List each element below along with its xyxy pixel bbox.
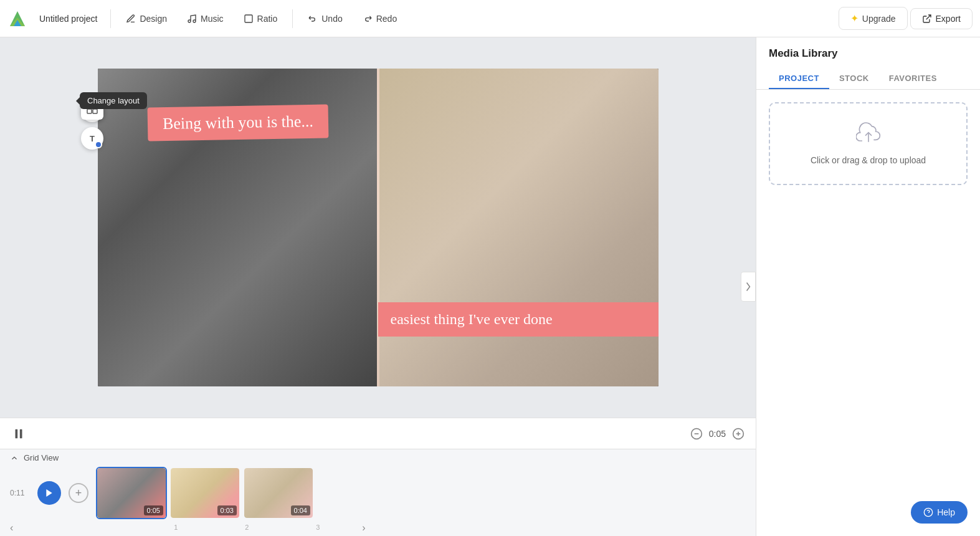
ratio-button[interactable]: Ratio (235, 9, 287, 28)
export-label: Export (936, 14, 961, 24)
clip-thumb-1: 0:05 (97, 468, 166, 518)
music-button[interactable]: Music (178, 9, 232, 28)
timeline-num-3: 3 (283, 524, 352, 531)
upload-icon (856, 122, 881, 149)
grid-view-label: Grid View (24, 453, 59, 462)
clip-duration-1: 0:05 (144, 505, 163, 515)
chevron-right-icon (745, 282, 751, 292)
toolbar-divider-2 (292, 9, 293, 28)
upgrade-button[interactable]: ✦ Upgrade (839, 7, 908, 30)
redo-icon (363, 14, 373, 24)
tab-project[interactable]: PROJECT (769, 69, 829, 89)
time-display: 0:05 (709, 429, 726, 439)
timeline-clips: 0:05 0:03 0:04 (96, 467, 314, 519)
canvas-area: Change layout Being with you is the... (0, 37, 756, 536)
timeline-nav: ‹ 1 2 3 › (0, 520, 756, 536)
timeline-clip-1[interactable]: 0:05 (96, 467, 167, 519)
upload-area[interactable]: Click or drag & drop to upload (769, 102, 968, 185)
ratio-icon (244, 14, 254, 24)
clip-duration-3: 0:04 (291, 505, 310, 515)
text-tool-icon: T (90, 134, 95, 143)
minus-circle-icon (690, 428, 703, 440)
canvas-text-bottom: easiest thing I've ever done (378, 302, 659, 337)
grid-view-toggle[interactable]: Grid View (0, 449, 756, 466)
canvas-container: Being with you is the... easiest thing I… (98, 69, 659, 386)
help-icon (923, 507, 933, 517)
clip-thumb-3: 0:04 (244, 468, 313, 518)
timeline-clip-2[interactable]: 0:03 (169, 467, 240, 519)
music-label: Music (201, 14, 224, 24)
design-label: Design (140, 14, 167, 24)
upload-text: Click or drag & drop to upload (811, 155, 926, 165)
panel-collapse-button[interactable] (741, 272, 756, 302)
project-name[interactable]: Untitled project (32, 9, 104, 28)
design-icon (126, 14, 136, 24)
timeline-prev-button[interactable]: ‹ (5, 520, 18, 536)
canvas-text-top: Being with you is the... (147, 104, 328, 141)
play-icon (44, 488, 54, 498)
timeline-next-button[interactable]: › (357, 520, 370, 536)
time-control: 0:05 (689, 426, 746, 441)
panel-header: Media Library PROJECT STOCK FAVORITES (756, 37, 980, 90)
svg-rect-7 (93, 109, 97, 113)
help-button[interactable]: Help (911, 501, 968, 524)
time-decrease-button[interactable] (689, 426, 704, 441)
canvas-right-photo (378, 69, 659, 386)
svg-rect-9 (20, 429, 22, 438)
undo-icon (308, 14, 318, 24)
export-button[interactable]: Export (910, 8, 973, 29)
time-increase-button[interactable] (731, 426, 746, 441)
clip-duration-2: 0:03 (217, 505, 237, 515)
clip-thumb-2: 0:03 (171, 468, 239, 518)
export-icon (922, 14, 932, 24)
timeline-area: Grid View 0:11 + 0:05 (0, 449, 756, 536)
help-label: Help (937, 507, 955, 517)
panel-content: Click or drag & drop to upload (756, 90, 980, 536)
chevron-up-icon (10, 454, 19, 462)
timeline-num-2: 2 (212, 524, 281, 531)
tab-stock[interactable]: STOCK (829, 69, 879, 89)
tab-favorites[interactable]: FAVORITES (879, 69, 947, 89)
cloud-upload-icon (856, 122, 881, 147)
timeline-clip-3[interactable]: 0:04 (243, 467, 314, 519)
change-layout-tooltip: Change layout (80, 92, 147, 109)
app-logo[interactable] (7, 9, 27, 29)
svg-rect-8 (16, 429, 18, 438)
timeline-num-1: 1 (141, 524, 210, 531)
timeline-play-button[interactable] (37, 481, 61, 505)
timeline-content: 0:11 + 0:05 (0, 466, 756, 520)
design-button[interactable]: Design (117, 9, 176, 28)
toolbar: Untitled project Design Music Ratio Undo… (0, 0, 980, 37)
right-panel: Media Library PROJECT STOCK FAVORITES Cl… (756, 37, 980, 536)
ratio-label: Ratio (257, 14, 278, 24)
panel-tabs: PROJECT STOCK FAVORITES (769, 69, 968, 89)
svg-rect-6 (87, 109, 92, 113)
redo-button[interactable]: Redo (354, 9, 406, 28)
music-icon (187, 14, 197, 24)
main-layout: Change layout Being with you is the... (0, 37, 980, 536)
timeline-add-button[interactable]: + (69, 483, 88, 503)
pause-icon (12, 427, 26, 441)
pause-button[interactable] (10, 425, 27, 443)
text-tool-button[interactable]: T (81, 127, 103, 150)
sparkle-icon: ✦ (850, 12, 859, 24)
canvas-divider (377, 69, 379, 386)
toolbar-divider-1 (110, 9, 111, 28)
timeline-time: 0:11 (10, 489, 30, 497)
svg-rect-3 (245, 15, 252, 22)
plus-icon: + (75, 487, 82, 500)
undo-label: Undo (321, 14, 342, 24)
upgrade-label: Upgrade (862, 14, 896, 24)
svg-marker-15 (46, 489, 52, 497)
timeline-numbers: 1 2 3 (23, 522, 352, 534)
plus-circle-icon (732, 428, 745, 440)
playback-bar: 0:05 (0, 418, 756, 449)
undo-button[interactable]: Undo (299, 9, 351, 28)
text-tool-dot (95, 141, 102, 148)
panel-title: Media Library (769, 47, 968, 60)
redo-label: Redo (376, 14, 397, 24)
canvas-wrapper: Change layout Being with you is the... (0, 37, 756, 418)
